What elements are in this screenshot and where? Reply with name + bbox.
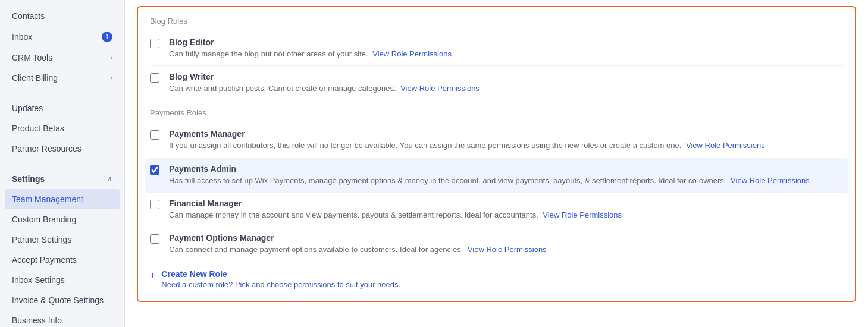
blog-editor-desc: Can fully manage the blog but not other …: [169, 49, 843, 59]
payments-manager-checkbox[interactable]: [150, 130, 159, 140]
sidebar-item-partner-settings[interactable]: Partner Settings: [0, 229, 124, 250]
blog-editor-checkbox[interactable]: [150, 39, 159, 48]
business-info-label: Business Info: [12, 316, 62, 325]
sidebar-item-updates[interactable]: Updates: [0, 98, 124, 118]
payments-admin-content: Payments Admin Has full access to set up…: [169, 164, 843, 186]
blog-writer-checkbox-wrap[interactable]: [150, 73, 162, 85]
sidebar-item-crm-tools[interactable]: CRM Tools ›: [0, 48, 124, 68]
sidebar-item-custom-branding[interactable]: Custom Branding: [0, 209, 124, 229]
payment-options-manager-role-item: Payment Options Manager Can connect and …: [150, 227, 843, 261]
payments-admin-role-item: Payments Admin Has full access to set up…: [145, 158, 848, 193]
sidebar-item-inbox-settings[interactable]: Inbox Settings: [0, 270, 124, 290]
payments-admin-checkbox[interactable]: [150, 165, 159, 175]
updates-label: Updates: [12, 103, 43, 113]
team-management-label: Team Management: [12, 194, 83, 204]
blog-writer-role-item: Blog Writer Can write and publish posts.…: [150, 66, 843, 100]
inbox-settings-label: Inbox Settings: [12, 275, 65, 285]
payments-manager-checkbox-wrap[interactable]: [150, 130, 162, 142]
payments-admin-title: Payments Admin: [169, 164, 843, 174]
plus-icon: +: [150, 270, 155, 281]
product-betas-label: Product Betas: [12, 124, 64, 133]
settings-section-header[interactable]: Settings ∧: [0, 169, 124, 189]
blog-editor-content: Blog Editor Can fully manage the blog bu…: [169, 37, 843, 59]
payments-manager-desc: If you unassign all contributors, this r…: [169, 140, 843, 151]
partner-settings-label: Partner Settings: [12, 235, 71, 244]
chevron-right-icon: ›: [110, 54, 112, 62]
payments-manager-role-link[interactable]: View Role Permissions: [686, 141, 765, 150]
create-role-button[interactable]: Create New Role: [161, 269, 400, 279]
sidebar-item-business-info[interactable]: Business Info: [0, 310, 124, 327]
sidebar: Contacts Inbox 1 CRM Tools › Client Bill…: [0, 0, 125, 327]
create-role-section: + Create New Role Need a custom role? Pi…: [150, 261, 843, 291]
inbox-label: Inbox: [12, 32, 32, 42]
inbox-badge: 1: [102, 32, 112, 42]
blog-editor-role-link[interactable]: View Role Permissions: [372, 49, 452, 58]
payments-admin-checkbox-wrap[interactable]: [150, 165, 162, 177]
financial-manager-title: Financial Manager: [169, 199, 843, 208]
sidebar-divider-2: [0, 164, 124, 164]
blog-editor-title: Blog Editor: [169, 37, 843, 47]
client-billing-label: Client Billing: [12, 73, 58, 83]
sidebar-item-contacts[interactable]: Contacts: [0, 6, 124, 26]
payment-options-manager-title: Payment Options Manager: [169, 233, 843, 243]
payment-options-manager-desc: Can connect and manage payment options a…: [169, 244, 843, 255]
sidebar-item-accept-payments[interactable]: Accept Payments: [0, 250, 124, 270]
custom-branding-label: Custom Branding: [12, 215, 76, 224]
blog-roles-label: Blog Roles: [150, 17, 843, 26]
financial-manager-role-link[interactable]: View Role Permissions: [543, 210, 622, 219]
payment-options-manager-role-link[interactable]: View Role Permissions: [468, 245, 547, 254]
crm-tools-label: CRM Tools: [12, 53, 52, 62]
payments-roles-label: Payments Roles: [150, 108, 843, 117]
create-role-content: Create New Role Need a custom role? Pick…: [161, 269, 400, 289]
blog-roles-section: Blog Roles Blog Editor Can fully manage …: [150, 17, 843, 100]
blog-editor-role-item: Blog Editor Can fully manage the blog bu…: [150, 32, 843, 66]
contacts-label: Contacts: [12, 11, 45, 21]
payment-options-manager-checkbox[interactable]: [150, 234, 159, 244]
payments-admin-desc: Has full access to set up Wix Payments, …: [169, 175, 843, 186]
chevron-right-icon: ›: [110, 74, 112, 82]
sidebar-item-team-management[interactable]: Team Management: [5, 189, 120, 209]
roles-content-box: Blog Roles Blog Editor Can fully manage …: [137, 6, 856, 302]
create-role-desc: Need a custom role? Pick and choose perm…: [161, 280, 400, 289]
accept-payments-label: Accept Payments: [12, 255, 77, 265]
blog-writer-role-link[interactable]: View Role Permissions: [400, 84, 480, 93]
sidebar-divider: [0, 93, 124, 93]
invoice-quote-label: Invoice & Quote Settings: [12, 295, 104, 305]
chevron-up-icon: ∧: [107, 175, 112, 183]
financial-manager-checkbox-wrap[interactable]: [150, 200, 162, 212]
main-content: Blog Roles Blog Editor Can fully manage …: [125, 0, 868, 327]
payments-roles-section: Payments Roles Payments Manager If you u…: [150, 108, 843, 261]
blog-writer-desc: Can write and publish posts. Cannot crea…: [169, 83, 843, 94]
payments-manager-content: Payments Manager If you unassign all con…: [169, 129, 843, 151]
payment-options-manager-checkbox-wrap[interactable]: [150, 234, 162, 246]
financial-manager-content: Financial Manager Can manage money in th…: [169, 199, 843, 221]
sidebar-item-inbox[interactable]: Inbox 1: [0, 26, 124, 48]
sidebar-item-client-billing[interactable]: Client Billing ›: [0, 68, 124, 88]
blog-editor-checkbox-wrap[interactable]: [150, 39, 162, 51]
payments-admin-role-link[interactable]: View Role Permissions: [731, 176, 810, 185]
blog-writer-title: Blog Writer: [169, 72, 843, 81]
sidebar-item-invoice-quote[interactable]: Invoice & Quote Settings: [0, 290, 124, 310]
payments-manager-role-item: Payments Manager If you unassign all con…: [150, 123, 843, 158]
payment-options-manager-content: Payment Options Manager Can connect and …: [169, 233, 843, 255]
financial-manager-checkbox[interactable]: [150, 200, 159, 209]
financial-manager-role-item: Financial Manager Can manage money in th…: [150, 193, 843, 227]
settings-label: Settings: [12, 174, 45, 184]
financial-manager-desc: Can manage money in the account and view…: [169, 210, 843, 221]
blog-writer-content: Blog Writer Can write and publish posts.…: [169, 72, 843, 94]
payments-manager-title: Payments Manager: [169, 129, 843, 139]
partner-resources-label: Partner Resources: [12, 144, 82, 153]
blog-writer-checkbox[interactable]: [150, 73, 159, 83]
sidebar-item-product-betas[interactable]: Product Betas: [0, 118, 124, 139]
sidebar-item-partner-resources[interactable]: Partner Resources: [0, 139, 124, 159]
